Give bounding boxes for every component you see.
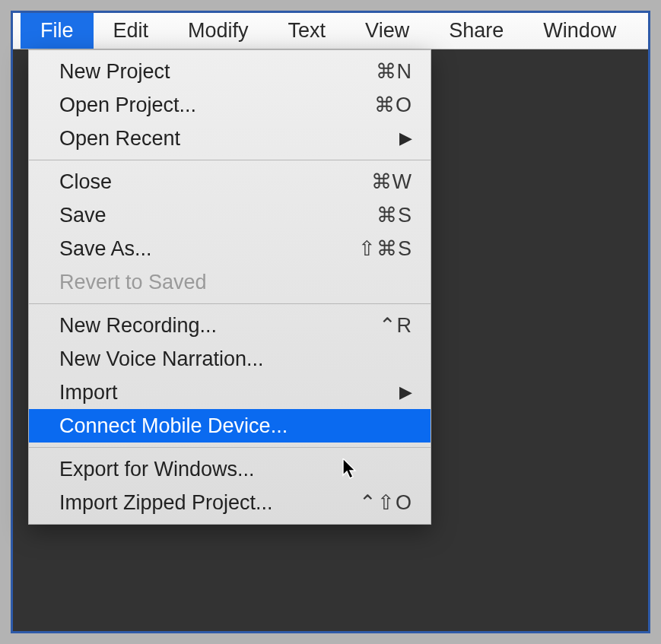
menu-item-label: Revert to Saved [59, 271, 412, 294]
submenu-arrow-icon: ▶ [399, 382, 412, 402]
menubar-item-share[interactable]: Share [429, 13, 523, 49]
menu-item-new-recording[interactable]: New Recording... ⌃R [29, 309, 431, 342]
submenu-arrow-icon: ▶ [399, 128, 412, 148]
menu-item-label: Save [59, 204, 377, 227]
menu-item-shortcut: ⌘N [376, 59, 413, 84]
menu-item-new-voice-narration[interactable]: New Voice Narration... [29, 342, 431, 376]
menu-item-shortcut: ⌘W [371, 170, 412, 194]
menu-item-save-as[interactable]: Save As... ⇧⌘S [29, 232, 431, 265]
menubar-item-view[interactable]: View [345, 13, 429, 49]
menubar-item-text[interactable]: Text [269, 13, 346, 49]
menu-item-revert-to-saved: Revert to Saved [29, 265, 431, 299]
menu-item-shortcut: ⌘S [377, 203, 412, 227]
menubar-item-edit[interactable]: Edit [94, 13, 169, 49]
menu-item-shortcut: ⇧⌘S [358, 236, 412, 261]
menu-item-export-for-windows[interactable]: Export for Windows... [29, 452, 431, 486]
menu-item-label: Save As... [59, 237, 358, 261]
menu-item-shortcut: ⌘O [374, 93, 412, 117]
menu-item-save[interactable]: Save ⌘S [29, 198, 431, 232]
menubar: File Edit Modify Text View Share Window [13, 13, 648, 49]
menu-separator [29, 447, 431, 448]
menu-item-import[interactable]: Import ▶ [29, 376, 431, 409]
menu-item-label: Import [59, 381, 399, 404]
menubar-label: Modify [188, 19, 249, 43]
menu-item-import-zipped-project[interactable]: Import Zipped Project... ⌃⇧O [29, 486, 431, 519]
menubar-label: View [365, 19, 409, 43]
file-menu-dropdown: New Project ⌘N Open Project... ⌘O Open R… [28, 49, 431, 525]
menubar-item-window[interactable]: Window [523, 13, 636, 49]
menu-item-label: New Recording... [59, 314, 379, 338]
menu-item-label: New Voice Narration... [59, 347, 412, 371]
menubar-item-modify[interactable]: Modify [168, 13, 269, 49]
menu-item-shortcut: ⌃⇧O [359, 490, 412, 515]
menu-item-label: Connect Mobile Device... [59, 414, 412, 438]
app-frame: File Edit Modify Text View Share Window … [11, 11, 650, 633]
menu-item-label: Open Recent [59, 127, 399, 151]
menu-item-label: New Project [59, 60, 376, 84]
menu-item-connect-mobile-device[interactable]: Connect Mobile Device... [29, 409, 431, 443]
menu-item-open-project[interactable]: Open Project... ⌘O [29, 88, 431, 122]
menu-separator [29, 303, 431, 304]
menubar-label: Text [288, 19, 326, 43]
menubar-label: File [40, 19, 74, 43]
menu-item-open-recent[interactable]: Open Recent ▶ [29, 122, 431, 155]
menubar-label: Edit [113, 19, 149, 43]
menu-item-new-project[interactable]: New Project ⌘N [29, 55, 431, 88]
menubar-label: Share [449, 19, 504, 43]
menubar-item-file[interactable]: File [21, 13, 94, 49]
menubar-label: Window [543, 19, 616, 43]
menu-item-label: Open Project... [59, 94, 374, 117]
menu-item-label: Export for Windows... [59, 458, 412, 481]
menu-separator [29, 160, 431, 160]
menu-item-shortcut: ⌃R [379, 313, 413, 338]
menu-item-label: Close [59, 170, 371, 194]
menu-item-label: Import Zipped Project... [59, 491, 359, 515]
menu-item-close[interactable]: Close ⌘W [29, 165, 431, 198]
